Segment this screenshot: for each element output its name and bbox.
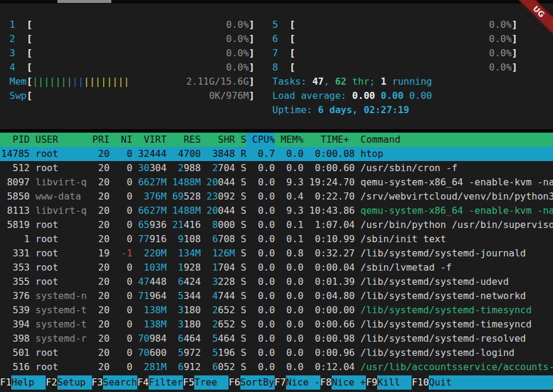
tasks-summary-segment: 1 xyxy=(381,76,387,87)
meters-panel: 1[0.0%]2[0.0%]3[0.0%]4[0.0%]Mem[||||||||… xyxy=(0,4,553,117)
cell-s: S xyxy=(235,289,246,303)
cell-text: 0 xyxy=(127,276,133,287)
cell-virt: 65936 xyxy=(133,218,167,232)
meter-open-bracket: [ xyxy=(290,46,295,60)
cell-pid: 14785 xyxy=(1,147,30,161)
meter-spacer xyxy=(295,60,489,75)
cell-shr: 3228 xyxy=(201,275,235,289)
cell-text: 0.0 xyxy=(258,205,275,216)
cell-text: 398 xyxy=(12,333,30,344)
fkey-kill[interactable]: F9Kill xyxy=(366,375,411,390)
cell-cmd: /lib/systemd/systemd-logind xyxy=(355,346,553,360)
cell-text: /lib/systemd/systemd-timesyncd xyxy=(355,319,532,330)
process-row[interactable]: 5819 root20065936214168000 S0.00.11:07.0… xyxy=(0,218,553,232)
cell-virt: 71964 xyxy=(133,289,167,303)
cell-text: S xyxy=(235,319,246,330)
cell-text: 0.0 xyxy=(258,162,275,173)
process-row[interactable]: 516 root200281M69126052 S0.00.00:12.04 /… xyxy=(0,360,553,374)
meter-value: 0.0% xyxy=(489,32,512,46)
column-header-time[interactable]: TIME+ xyxy=(304,133,355,147)
cell-res: 5972 xyxy=(166,346,201,360)
cell-s: S xyxy=(235,261,246,275)
process-row[interactable]: 539 systemd-t200138M31802652 S0.00.00:00… xyxy=(0,303,553,317)
process-row[interactable]: 1 root2007791691086708 S0.00.10:10.99 /s… xyxy=(0,232,553,246)
fkey-label: Nice + xyxy=(332,375,366,390)
process-row[interactable]: 8113 libvirt-q2006627M1488M20044 S0.09.3… xyxy=(0,204,553,218)
column-header-shr[interactable]: SHR xyxy=(201,133,235,147)
cell-text: qemu-system-x86_64 -enable-kvm -na xyxy=(355,176,553,188)
process-row[interactable]: 353 root200103M19281704 S0.00.00:00.04 /… xyxy=(0,261,553,275)
fkey-search[interactable]: F3Search xyxy=(92,375,137,390)
process-row[interactable]: 501 root2007060059725196 S0.00.00:00.96 … xyxy=(0,346,553,360)
column-header-pid[interactable]: PID xyxy=(1,133,30,147)
process-row[interactable]: 512 root2003030429882704 S0.00.00:00.60 … xyxy=(0,161,553,175)
process-row[interactable]: 376 systemd-n2007196453444744 S0.00.00:0… xyxy=(0,289,553,303)
fkey-tree[interactable]: F5Tree xyxy=(183,375,229,390)
cell-cpu: 0.0 xyxy=(246,346,275,360)
cell-text: 20 xyxy=(98,319,110,330)
fkey-sortby[interactable]: F6SortBy xyxy=(229,375,274,390)
cell-cmd: /srv/webvirtcloud/venv/bin/python3 xyxy=(355,189,553,204)
cell-s: R xyxy=(235,147,246,161)
fkey-help[interactable]: F1Help xyxy=(0,375,46,390)
cell-text: 988 xyxy=(184,162,201,173)
meter-label: 7 xyxy=(272,46,290,60)
cell-text: 3 xyxy=(178,304,184,316)
process-row[interactable]: 355 root2004744864243228 S0.00.00:01.39 … xyxy=(0,275,553,289)
meter-pipes-blue: || xyxy=(72,75,83,89)
cell-mem: 0.0 xyxy=(275,261,303,275)
cell-text: 220M xyxy=(144,248,167,259)
cell-text: 21 xyxy=(172,219,184,230)
cell-text: 0.0 xyxy=(258,176,275,188)
cell-text: 936 xyxy=(149,219,166,230)
cell-text: 0.1 xyxy=(287,233,304,245)
column-header-mem[interactable]: MEM% xyxy=(275,133,303,147)
cell-shr: 6708 xyxy=(201,232,235,246)
cell-text: 6 xyxy=(212,361,218,372)
fkey-setup[interactable]: F2Setup xyxy=(46,375,91,390)
cell-text: 044 xyxy=(218,176,235,188)
fkey-number: F6 xyxy=(229,375,240,390)
cell-pid: 398 xyxy=(1,332,30,346)
fkey-quit[interactable]: F10Quit xyxy=(411,375,463,390)
cell-mem: 0.4 xyxy=(275,189,303,204)
column-header-user[interactable]: USER xyxy=(30,133,86,147)
cell-text: 4 xyxy=(212,290,218,301)
top-bar-handle[interactable] xyxy=(57,0,111,3)
fkey-nice-[interactable]: F7Nice - xyxy=(275,375,320,390)
column-header-cpu[interactable]: CPU% xyxy=(246,133,275,147)
process-row[interactable]: 5850 www-data200376M6952823092 S0.00.40:… xyxy=(0,189,553,204)
process-row[interactable]: 398 systemd-r2007098464645464 S0.00.00:0… xyxy=(0,332,553,346)
column-header-cmd[interactable]: Command xyxy=(355,133,400,147)
cell-text: S xyxy=(235,176,246,188)
cell-text: 5 xyxy=(178,347,184,358)
fkey-nice-[interactable]: F8Nice + xyxy=(320,375,366,390)
cell-text: 6 xyxy=(178,361,184,372)
cell-pid: 331 xyxy=(1,246,30,261)
cell-pri: 20 xyxy=(86,232,110,246)
cell-text: 6 xyxy=(212,233,218,245)
process-row[interactable]: 8097 libvirt-q2006627M1488M20044 S0.09.3… xyxy=(0,175,553,189)
column-header-s[interactable]: S xyxy=(235,133,246,147)
fkey-filter[interactable]: F4Filter xyxy=(137,375,183,390)
cell-text: 744 xyxy=(218,290,235,301)
cell-time: 0:12.04 xyxy=(304,360,355,374)
cell-text: 652 xyxy=(218,304,235,316)
cell-text: 0:22.70 xyxy=(315,191,355,202)
cell-ni: 0 xyxy=(110,360,133,374)
column-header-pri[interactable]: PRI xyxy=(86,133,110,147)
cell-text: 20 xyxy=(98,262,110,273)
process-row[interactable]: 394 systemd-t200138M31802652 S0.00.00:00… xyxy=(0,317,553,332)
meter-pipes-yellow: |||||||| xyxy=(83,75,129,89)
column-header-virt[interactable]: VIRT xyxy=(133,133,167,147)
cell-s: S xyxy=(235,346,246,360)
column-header-ni[interactable]: NI xyxy=(110,133,133,147)
cell-user: systemd-n xyxy=(30,289,86,303)
cell-text: 331 xyxy=(12,248,30,259)
process-row[interactable]: 14785 root2003244447003848 R0.70.00:00.0… xyxy=(0,147,553,161)
process-row[interactable]: 331 root19-1220M134M126M S0.00.80:32.27 … xyxy=(0,246,553,261)
cell-text: 528 xyxy=(184,191,201,202)
cell-cmd: /lib/systemd/systemd-resolved xyxy=(355,332,553,346)
column-header-res[interactable]: RES xyxy=(166,133,201,147)
cell-mem: 0.0 xyxy=(275,317,303,332)
